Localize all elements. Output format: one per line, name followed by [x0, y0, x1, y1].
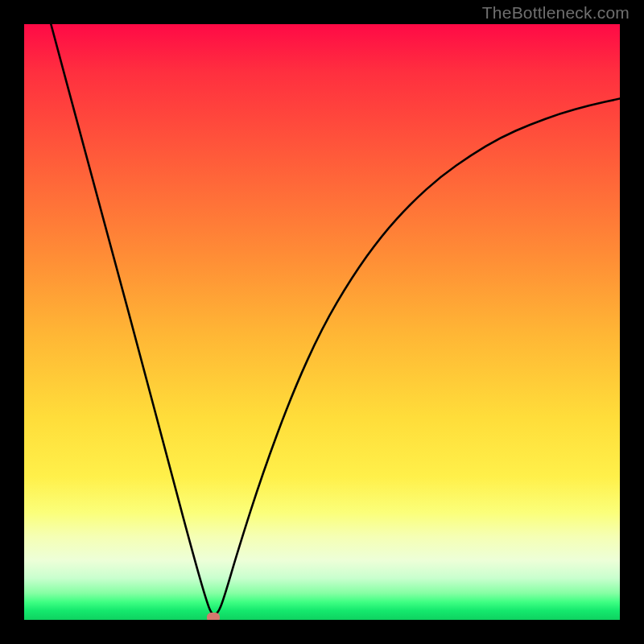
watermark-text: TheBottleneck.com [482, 3, 630, 23]
bottleneck-curve [51, 24, 620, 614]
curve-layer [24, 24, 620, 620]
plot-area [24, 24, 620, 620]
minimum-marker [207, 613, 220, 620]
chart-frame: TheBottleneck.com [0, 0, 644, 644]
